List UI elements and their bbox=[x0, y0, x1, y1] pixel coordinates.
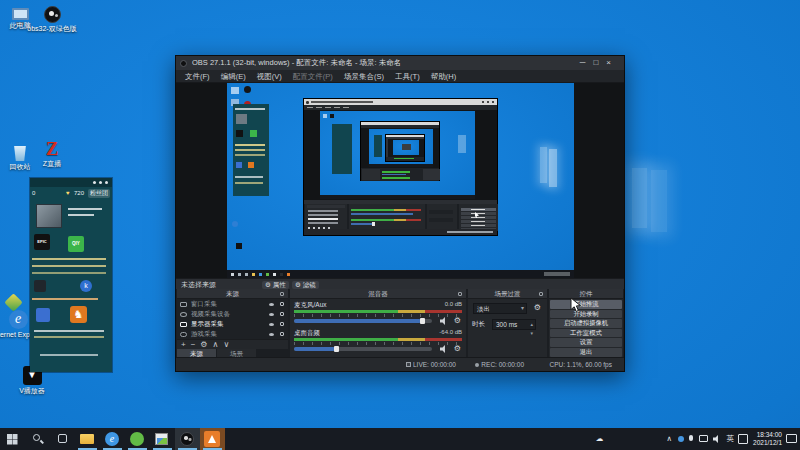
close-button[interactable]: × bbox=[606, 58, 619, 67]
mini-text bbox=[235, 144, 265, 146]
live-helper-panel[interactable]: 0 ♥ 720 粉丝团 EPIC QIY k ♞ bbox=[30, 178, 112, 372]
gear-icon[interactable]: ⚙ bbox=[454, 345, 461, 353]
volume-icon[interactable] bbox=[713, 435, 721, 443]
virtual-camera-button[interactable]: 启动虚拟摄像机 bbox=[550, 319, 622, 328]
obs-logo-icon bbox=[180, 60, 187, 67]
obs-preview[interactable] bbox=[176, 83, 624, 278]
minimize-button[interactable]: ─ bbox=[580, 58, 594, 67]
k-app-icon[interactable]: k bbox=[80, 280, 92, 292]
ime-mode-icon[interactable] bbox=[738, 434, 748, 444]
hidden-icons-chevron[interactable]: ∧ bbox=[667, 428, 673, 450]
browser-button[interactable]: e bbox=[100, 428, 125, 450]
nested-slider1 bbox=[351, 213, 413, 215]
file-explorer-button[interactable] bbox=[75, 428, 100, 450]
lock-icon[interactable] bbox=[280, 322, 284, 326]
blue-tray-icon[interactable] bbox=[678, 436, 684, 442]
menu-help[interactable]: 帮助(H) bbox=[431, 72, 456, 81]
panel-header-buttons-icon[interactable] bbox=[105, 181, 108, 184]
ime-language[interactable]: 英 bbox=[727, 428, 735, 450]
source-row-display-capture[interactable]: 显示器采集 bbox=[177, 319, 288, 329]
duration-spinner[interactable]: 300 ms▴▾ bbox=[492, 319, 536, 330]
transitions-dock: 场景过渡 淡出▾ ⚙ 时长 300 ms▴▾ bbox=[468, 289, 547, 359]
eye-icon[interactable] bbox=[269, 333, 274, 336]
menu-file[interactable]: 文件(F) bbox=[185, 72, 210, 81]
photos-app-button[interactable] bbox=[150, 428, 175, 450]
nested-meter2 bbox=[351, 219, 421, 221]
start-recording-button[interactable]: 开始录制 bbox=[550, 310, 622, 319]
menu-scene-collection[interactable]: 场景集合(S) bbox=[344, 72, 384, 81]
lock-icon[interactable] bbox=[280, 332, 284, 336]
gear-icon[interactable]: ⚙ bbox=[454, 317, 461, 325]
mini-text bbox=[235, 108, 265, 110]
speaker-icon[interactable] bbox=[440, 317, 448, 325]
desktop-icon-diamond-app[interactable] bbox=[7, 296, 20, 309]
remove-source-button[interactable]: − bbox=[191, 340, 201, 349]
blue-app-icon[interactable] bbox=[36, 308, 50, 322]
obs-window[interactable]: OBS 27.1.1 (32-bit, windows) - 配置文件: 未命名… bbox=[175, 55, 625, 372]
transitions-header[interactable]: 场景过渡 bbox=[468, 289, 547, 299]
menu-tools[interactable]: 工具(T) bbox=[395, 72, 420, 81]
controls-header[interactable]: 控件 bbox=[549, 289, 623, 299]
lock-icon[interactable] bbox=[280, 312, 284, 316]
microphone-icon[interactable] bbox=[689, 435, 693, 441]
source-row-video-device[interactable]: 视频采集设备 bbox=[177, 309, 288, 319]
start-streaming-button[interactable]: 开始推流 bbox=[550, 300, 622, 309]
volume-slider[interactable] bbox=[294, 319, 432, 323]
action-center-icon[interactable] bbox=[786, 434, 797, 443]
transition-gear-icon[interactable]: ⚙ bbox=[534, 304, 541, 312]
taskbar-clock[interactable]: 18:34:00 2021/12/1 bbox=[753, 431, 782, 447]
source-row-window-capture[interactable]: 窗口采集 bbox=[177, 299, 288, 309]
fans-badge[interactable]: 粉丝团 bbox=[88, 189, 110, 198]
move-up-button[interactable]: ∧ bbox=[213, 340, 224, 349]
epic-games-icon[interactable]: EPIC bbox=[34, 234, 50, 250]
green-app-button[interactable] bbox=[125, 428, 150, 450]
add-source-button[interactable]: + bbox=[181, 340, 191, 349]
exit-button[interactable]: 退出 bbox=[550, 348, 622, 357]
orange-horse-icon[interactable]: ♞ bbox=[70, 306, 87, 323]
obs-menubar: 文件(F) 编辑(E) 视图(V) 配置文件(P) 场景集合(S) 工具(T) … bbox=[176, 70, 624, 83]
nested-slider2 bbox=[351, 223, 373, 225]
studio-mode-button[interactable]: 工作室模式 bbox=[550, 329, 622, 338]
eye-icon[interactable] bbox=[269, 303, 274, 306]
obs-taskbar-button[interactable] bbox=[175, 428, 200, 450]
z-app-icon: Z bbox=[26, 140, 78, 158]
volume-slider[interactable] bbox=[294, 347, 432, 351]
mixer-dock: 混音器 麦克风/Aux 0.0 dB ⚙ 桌面音频 -64.0 dB bbox=[290, 289, 466, 359]
l4-preview bbox=[388, 139, 424, 157]
video-device-icon bbox=[180, 312, 187, 317]
source-row-game-capture[interactable]: 游戏采集 bbox=[177, 329, 288, 339]
weather-widget[interactable]: ☁ -12°C 多云 bbox=[596, 428, 615, 450]
desktop-icon-obs[interactable]: obs32-双绿色版 bbox=[26, 6, 78, 33]
desktop-label-text bbox=[40, 354, 98, 356]
menu-view[interactable]: 视图(V) bbox=[257, 72, 282, 81]
properties-button[interactable]: ⚙ 属性 bbox=[262, 281, 289, 289]
source-settings-button[interactable]: ⚙ bbox=[200, 340, 212, 349]
display-tray-icon[interactable] bbox=[699, 435, 708, 442]
dark-app-icon[interactable] bbox=[34, 280, 46, 292]
transition-select[interactable]: 淡出▾ bbox=[473, 303, 527, 314]
filters-button[interactable]: ⚙ 滤镜 bbox=[292, 281, 319, 289]
eye-icon[interactable] bbox=[269, 313, 274, 316]
lock-icon[interactable] bbox=[280, 302, 284, 306]
orange-app-button[interactable] bbox=[200, 428, 225, 450]
desktop-icon-z-app[interactable]: Z Z直播 bbox=[26, 140, 78, 168]
speaker-icon[interactable] bbox=[440, 345, 448, 353]
iqiyi-icon[interactable]: QIY bbox=[68, 236, 84, 252]
slider-handle[interactable] bbox=[420, 318, 425, 324]
photos-icon bbox=[155, 433, 168, 445]
task-view-button[interactable] bbox=[50, 428, 75, 450]
maximize-button[interactable]: □ bbox=[593, 58, 606, 67]
move-down-button[interactable]: ∨ bbox=[223, 340, 234, 349]
eye-icon[interactable] bbox=[269, 323, 274, 326]
mixer-header[interactable]: 混音器 bbox=[290, 289, 466, 299]
nested-menu-items bbox=[307, 107, 313, 108]
menu-edit[interactable]: 编辑(E) bbox=[221, 72, 246, 81]
settings-button[interactable]: 设置 bbox=[550, 338, 622, 347]
start-button[interactable] bbox=[0, 428, 25, 450]
sources-header[interactable]: 来源 bbox=[177, 289, 288, 299]
nested-mixer bbox=[349, 204, 425, 231]
menu-profile[interactable]: 配置文件(P) bbox=[293, 72, 333, 81]
obs-titlebar[interactable]: OBS 27.1.1 (32-bit, windows) - 配置文件: 未命名… bbox=[176, 56, 624, 70]
search-button[interactable] bbox=[25, 428, 50, 450]
slider-handle[interactable] bbox=[334, 346, 339, 352]
